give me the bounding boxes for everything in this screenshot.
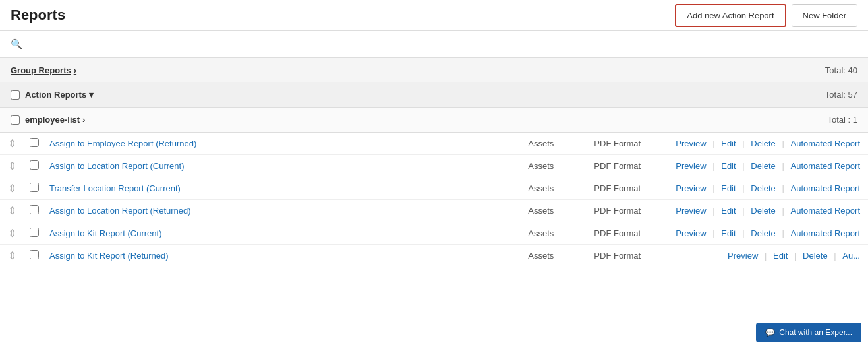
report-name-cell: Assign to Location Report (Returned) <box>44 200 523 222</box>
report-category-cell: Assets <box>523 177 589 200</box>
sep1: | <box>712 228 714 238</box>
row-checkbox[interactable] <box>30 205 39 214</box>
report-name-link[interactable]: Assign to Location Report (Returned) <box>49 206 191 216</box>
edit-button[interactable]: Edit <box>718 183 738 193</box>
report-actions-cell: Preview | Edit | Delete | Automated Repo… <box>668 133 868 155</box>
edit-button[interactable]: Edit <box>718 161 738 171</box>
drag-handle-icon[interactable]: ⇕ <box>5 205 19 216</box>
action-reports-checkbox[interactable] <box>11 90 20 100</box>
report-category-cell: Assets <box>523 200 589 222</box>
report-name-cell: Assign to Kit Report (Current) <box>44 222 523 245</box>
table-row: ⇕ Assign to Kit Report (Current) Assets … <box>0 222 868 245</box>
report-actions-cell: Preview | Edit | Delete | Automated Repo… <box>668 200 868 222</box>
report-format-cell: PDF Format <box>589 245 668 267</box>
row-checkbox[interactable] <box>30 138 39 147</box>
drag-cell: ⇕ <box>0 177 24 200</box>
report-actions-cell: Preview | Edit | Delete | Automated Repo… <box>668 155 868 177</box>
report-name-cell: Assign to Employee Report (Returned) <box>44 133 523 155</box>
edit-button[interactable]: Edit <box>770 251 790 261</box>
edit-button[interactable]: Edit <box>718 206 738 216</box>
report-name-link[interactable]: Assign to Kit Report (Returned) <box>49 251 169 261</box>
preview-button[interactable]: Preview <box>673 206 709 216</box>
report-name-link[interactable]: Assign to Location Report (Current) <box>49 161 184 171</box>
new-folder-button[interactable]: New Folder <box>792 4 857 27</box>
header-buttons: Add new Action Report New Folder <box>675 4 857 27</box>
sep2: | <box>742 206 744 216</box>
sep1: | <box>765 251 767 261</box>
row-checkbox-cell <box>24 177 44 200</box>
reports-table-container: ⇕ Assign to Employee Report (Returned) A… <box>0 133 868 267</box>
report-format-cell: PDF Format <box>589 133 668 155</box>
sep2: | <box>742 228 744 238</box>
preview-button[interactable]: Preview <box>673 161 709 171</box>
drag-cell: ⇕ <box>0 133 24 155</box>
employee-list-chevron: › <box>82 115 85 125</box>
preview-button[interactable]: Preview <box>725 251 761 261</box>
sep1: | <box>712 139 714 148</box>
delete-button[interactable]: Delete <box>748 139 778 148</box>
edit-button[interactable]: Edit <box>718 228 738 238</box>
report-name-link[interactable]: Assign to Employee Report (Returned) <box>49 139 196 148</box>
row-checkbox[interactable] <box>30 228 39 237</box>
automated-report-button[interactable]: Automated Report <box>788 228 863 238</box>
row-checkbox[interactable] <box>30 250 39 259</box>
sep3: | <box>782 228 784 238</box>
add-action-report-button[interactable]: Add new Action Report <box>675 4 786 27</box>
report-format-cell: PDF Format <box>589 155 668 177</box>
automated-report-button[interactable]: Automated Report <box>788 206 863 216</box>
sep2: | <box>742 161 744 171</box>
report-category-cell: Assets <box>523 222 589 245</box>
group-reports-row: Group Reports › Total: 40 <box>0 57 868 82</box>
delete-button[interactable]: Delete <box>748 161 778 171</box>
table-row: ⇕ Assign to Kit Report (Returned) Assets… <box>0 245 868 267</box>
drag-handle-icon[interactable]: ⇕ <box>5 160 19 172</box>
row-checkbox-cell <box>24 200 44 222</box>
automated-report-button[interactable]: Automated Report <box>788 183 863 193</box>
preview-button[interactable]: Preview <box>673 139 709 148</box>
employee-list-label-text: employee-list <box>25 115 80 125</box>
drag-handle-icon[interactable]: ⇕ <box>5 183 19 194</box>
action-reports-label[interactable]: Action Reports ▾ <box>25 90 94 100</box>
group-reports-label-text: Group Reports <box>11 65 71 75</box>
drag-handle-icon[interactable]: ⇕ <box>5 138 19 149</box>
automated-report-button[interactable]: Automated Report <box>788 161 863 171</box>
row-checkbox[interactable] <box>30 160 39 170</box>
delete-button[interactable]: Delete <box>748 183 778 193</box>
sep2: | <box>794 251 796 261</box>
employee-list-checkbox[interactable] <box>11 115 20 125</box>
drag-handle-icon[interactable]: ⇕ <box>5 228 19 239</box>
drag-handle-icon[interactable]: ⇕ <box>5 250 19 261</box>
table-row: ⇕ Assign to Employee Report (Returned) A… <box>0 133 868 155</box>
delete-button[interactable]: Delete <box>748 206 778 216</box>
report-category-cell: Assets <box>523 133 589 155</box>
group-reports-chevron: › <box>74 65 76 75</box>
group-reports-link[interactable]: Group Reports › <box>11 65 76 75</box>
row-checkbox-cell <box>24 245 44 267</box>
delete-button[interactable]: Delete <box>748 228 778 238</box>
report-category-cell: Assets <box>523 245 589 267</box>
row-checkbox-cell <box>24 133 44 155</box>
report-name-link[interactable]: Assign to Kit Report (Current) <box>49 228 162 238</box>
employee-list-label[interactable]: employee-list › <box>25 115 85 125</box>
sep3: | <box>782 139 784 148</box>
report-name-link[interactable]: Transfer Location Report (Current) <box>49 183 181 193</box>
sep2: | <box>742 139 744 148</box>
action-reports-row: Action Reports ▾ Total: 57 <box>0 82 868 108</box>
drag-cell: ⇕ <box>0 222 24 245</box>
row-checkbox-cell <box>24 222 44 245</box>
preview-button[interactable]: Preview <box>673 228 709 238</box>
delete-button[interactable]: Delete <box>800 251 830 261</box>
search-icon: 🔍 <box>11 38 23 50</box>
preview-button[interactable]: Preview <box>673 183 709 193</box>
sep3: | <box>782 183 784 193</box>
drag-cell: ⇕ <box>0 155 24 177</box>
edit-button[interactable]: Edit <box>718 139 738 148</box>
sep2: | <box>742 183 744 193</box>
row-checkbox[interactable] <box>30 183 39 192</box>
sep1: | <box>712 206 714 216</box>
report-format-cell: PDF Format <box>589 200 668 222</box>
report-actions-cell: Preview | Edit | Delete | Au... <box>668 245 868 267</box>
page-title: Reports <box>11 7 65 24</box>
automated-report-button[interactable]: Au... <box>840 251 863 261</box>
automated-report-button[interactable]: Automated Report <box>788 139 863 148</box>
